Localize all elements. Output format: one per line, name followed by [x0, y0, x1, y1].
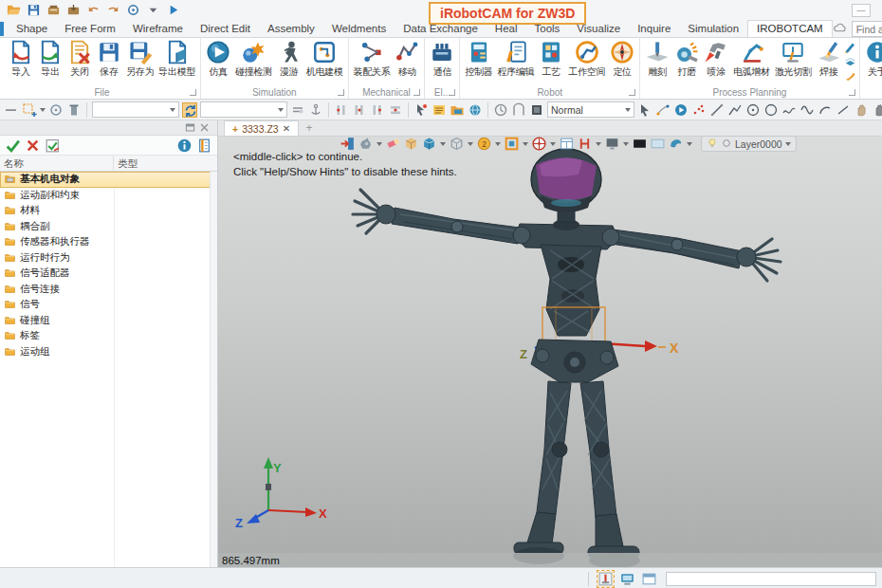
- column-icon[interactable]: [66, 102, 82, 118]
- highlight-frame-icon[interactable]: [504, 136, 520, 152]
- selection-set-dropdown[interactable]: [200, 101, 287, 118]
- ribbon-button-communication[interactable]: 通信: [428, 39, 456, 80]
- tree-row-0[interactable]: 基本机电对象: [0, 172, 217, 188]
- caret-down-icon[interactable]: [550, 142, 556, 146]
- folder-blue-icon[interactable]: [450, 102, 465, 118]
- menu-tab-irobotcam[interactable]: IROBOTCAM: [747, 20, 833, 37]
- list-icon[interactable]: [432, 102, 447, 118]
- section-coin-icon[interactable]: 2: [476, 136, 492, 152]
- tree-row-2[interactable]: 材料: [0, 203, 217, 219]
- caret-down-icon[interactable]: [145, 2, 161, 18]
- cursor-list-icon[interactable]: [413, 102, 429, 118]
- globe-icon[interactable]: [468, 102, 483, 118]
- circle-center-icon[interactable]: [745, 102, 761, 118]
- ribbon-button-save-as[interactable]: 另存为: [124, 39, 156, 80]
- tree-column-name[interactable]: 名称: [0, 156, 114, 171]
- snap-mode-dropdown[interactable]: Normal: [547, 101, 634, 118]
- ribbon-button-export[interactable]: 导出: [36, 39, 64, 80]
- menu-tab-wireframe[interactable]: Wireframe: [124, 21, 192, 37]
- caret-down-icon[interactable]: [440, 142, 446, 146]
- filter-eq-icon[interactable]: [290, 102, 305, 118]
- ribbon-button-process[interactable]: 工艺: [537, 39, 565, 80]
- ribbon-button-arc-additive[interactable]: 电弧增材: [731, 39, 772, 80]
- window-mode-icon[interactable]: [641, 571, 657, 587]
- document-tab-active[interactable]: + 3333.Z3 ✕: [224, 120, 299, 136]
- view-orient-icon[interactable]: [358, 136, 374, 152]
- polyline-icon[interactable]: [727, 102, 743, 118]
- ribbon-button-laser-cut[interactable]: 激光切割: [773, 39, 814, 80]
- swatch-dark-icon[interactable]: [632, 136, 648, 152]
- tree-row-8[interactable]: 信号: [0, 297, 217, 313]
- caret-down-icon[interactable]: [495, 142, 501, 146]
- tree-row-3[interactable]: 耦合副: [0, 219, 217, 235]
- ribbon-button-close-doc[interactable]: 关闭: [65, 39, 94, 80]
- tree-row-10[interactable]: 标签: [0, 328, 217, 344]
- caret-down-icon[interactable]: [377, 142, 382, 146]
- sketch-tool-b-icon[interactable]: [844, 55, 856, 67]
- wireframe-cube-icon[interactable]: [449, 136, 465, 152]
- ribbon-button-move[interactable]: 移动: [393, 39, 421, 80]
- ribbon-button-walkthrough[interactable]: 漫游: [275, 39, 303, 80]
- shade-box-icon[interactable]: [403, 136, 419, 152]
- exit-viewport-icon[interactable]: [340, 136, 356, 152]
- gate-icon[interactable]: [511, 102, 526, 118]
- dialog-launcher-icon[interactable]: [190, 89, 196, 96]
- ribbon-button-mechatronics[interactable]: 机电建模: [304, 39, 345, 80]
- clock-icon[interactable]: [493, 102, 508, 118]
- info-icon[interactable]: [176, 138, 193, 154]
- sine-icon[interactable]: [799, 102, 815, 118]
- cancel-icon[interactable]: [25, 138, 41, 154]
- align-mid-icon[interactable]: [388, 102, 403, 118]
- dialog-launcher-icon[interactable]: [338, 89, 344, 96]
- caret-down-icon[interactable]: [623, 142, 629, 146]
- render-cube-icon[interactable]: [421, 136, 437, 152]
- ribbon-button-controller[interactable]: 控制器: [463, 39, 494, 80]
- ribbon-button-polish[interactable]: 打磨: [672, 39, 701, 80]
- circle-icon[interactable]: [763, 102, 779, 118]
- caret-down-icon[interactable]: [40, 108, 46, 112]
- ribbon-button-collision[interactable]: 碰撞检测: [233, 39, 274, 80]
- ribbon-button-weld[interactable]: 焊接: [815, 39, 843, 80]
- dash-icon[interactable]: [4, 102, 19, 118]
- panel-dock-icon[interactable]: [185, 122, 195, 133]
- sketch-tool-c-icon[interactable]: [844, 69, 856, 82]
- hand-dark-icon[interactable]: [872, 102, 882, 118]
- dark-square-icon[interactable]: [529, 102, 544, 118]
- cloud-icon[interactable]: [833, 21, 847, 37]
- save-icon[interactable]: [26, 2, 42, 18]
- caret-down-icon[interactable]: [596, 142, 601, 146]
- diag-icon[interactable]: [836, 102, 851, 118]
- ribbon-button-save[interactable]: 保存: [95, 39, 123, 80]
- align-center-icon[interactable]: [352, 102, 367, 118]
- ribbon-button-positioning[interactable]: 定位: [608, 39, 636, 80]
- erase-icon[interactable]: [385, 136, 401, 152]
- tree-row-5[interactable]: 运行时行为: [0, 250, 217, 266]
- menu-tab-weldments[interactable]: Weldments: [323, 21, 395, 37]
- dialog-launcher-icon[interactable]: [413, 89, 420, 96]
- ribbon-button-spray[interactable]: 喷涂: [702, 39, 730, 80]
- open-file-icon[interactable]: [6, 2, 22, 18]
- accept-icon[interactable]: [5, 138, 21, 154]
- hint-doc-icon[interactable]: [196, 138, 212, 154]
- robot-model[interactable]: X Z: [218, 137, 882, 567]
- ribbon-button-assembly-relation[interactable]: 装配关系: [352, 39, 393, 80]
- entity-filter-dropdown[interactable]: [92, 101, 179, 118]
- hand-icon[interactable]: [854, 102, 869, 118]
- command-search-box[interactable]: [852, 21, 882, 37]
- arc-icon[interactable]: [818, 102, 833, 118]
- dots-icon[interactable]: [691, 102, 707, 118]
- hatch-icon[interactable]: [577, 136, 593, 152]
- open-recent-icon[interactable]: [46, 2, 62, 18]
- ribbon-button-engrave[interactable]: 雕刻: [643, 39, 671, 80]
- tree-row-7[interactable]: 信号连接: [0, 282, 217, 298]
- tree-row-6[interactable]: 信号适配器: [0, 266, 217, 282]
- window-icon[interactable]: [559, 136, 575, 152]
- menu-tab-shape[interactable]: Shape: [8, 21, 56, 37]
- tree-row-4[interactable]: 传感器和执行器: [0, 234, 217, 250]
- measure-mode-icon[interactable]: [597, 571, 614, 587]
- verify-icon[interactable]: [45, 138, 61, 154]
- ribbon-button-import[interactable]: 导入: [7, 39, 35, 80]
- sketch-tool-a-icon[interactable]: [844, 41, 856, 53]
- align-left-icon[interactable]: [334, 102, 349, 118]
- tree-column-type[interactable]: 类型: [114, 156, 217, 171]
